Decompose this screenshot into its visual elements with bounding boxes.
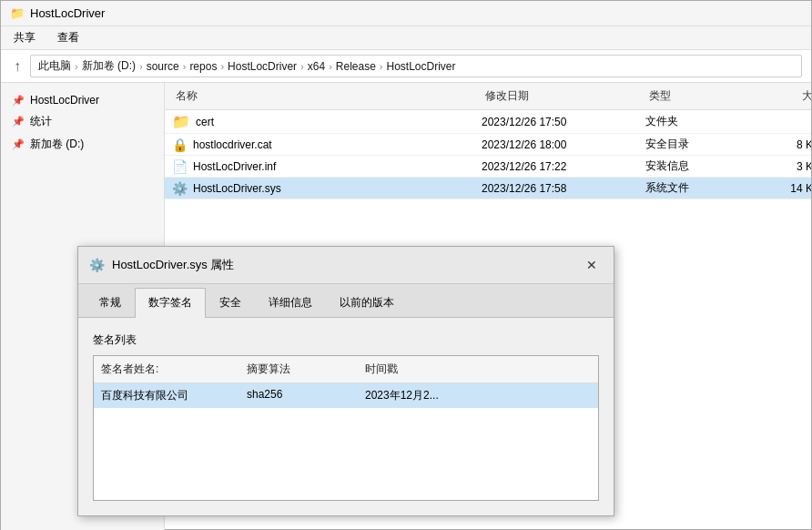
sig-col-signer: 签名者姓名: xyxy=(101,362,247,377)
properties-dialog: ⚙️ HostLocDriver.sys 属性 ✕ 常规 数字签名 安全 详细信… xyxy=(77,246,614,516)
sig-signer-value: 百度科技有限公司 xyxy=(101,388,247,403)
sig-list-header: 签名者姓名: 摘要算法 时间戳 xyxy=(94,356,598,383)
dialog-file-icon: ⚙️ xyxy=(89,258,105,272)
dialog-title-bar: ⚙️ HostLocDriver.sys 属性 ✕ xyxy=(78,247,614,284)
sig-algo-value: sha256 xyxy=(247,388,365,403)
dialog-body: 签名列表 签名者姓名: 摘要算法 时间戳 百度科技有限公司 sha256 202… xyxy=(78,318,614,515)
tab-security[interactable]: 安全 xyxy=(206,288,255,317)
sig-timestamp-value: 2023年12月2... xyxy=(365,388,511,403)
tab-digital-signature[interactable]: 数字签名 xyxy=(135,288,206,318)
tab-details[interactable]: 详细信息 xyxy=(255,288,326,317)
sig-section-label: 签名列表 xyxy=(93,332,599,348)
sig-list-row[interactable]: 百度科技有限公司 sha256 2023年12月2... xyxy=(94,383,598,408)
sig-col-algo: 摘要算法 xyxy=(247,362,365,377)
dialog-tabs: 常规 数字签名 安全 详细信息 以前的版本 xyxy=(78,284,614,318)
dialog-title: HostLocDriver.sys 属性 xyxy=(112,257,234,273)
dialog-title-left: ⚙️ HostLocDriver.sys 属性 xyxy=(89,257,234,273)
tab-general[interactable]: 常规 xyxy=(86,288,135,317)
dialog-overlay: ⚙️ HostLocDriver.sys 属性 ✕ 常规 数字签名 安全 详细信… xyxy=(0,0,812,530)
dialog-close-button[interactable]: ✕ xyxy=(581,254,603,276)
sig-list-box[interactable]: 签名者姓名: 摘要算法 时间戳 百度科技有限公司 sha256 2023年12月… xyxy=(93,355,599,501)
tab-previous-versions[interactable]: 以前的版本 xyxy=(326,288,408,317)
sig-col-timestamp: 时间戳 xyxy=(365,362,511,377)
